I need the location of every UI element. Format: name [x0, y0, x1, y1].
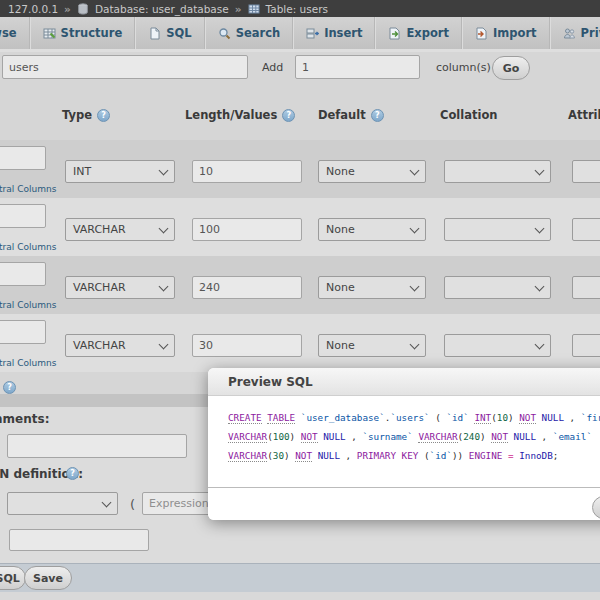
tab-import[interactable]: Import — [462, 17, 550, 49]
help-icon[interactable] — [66, 467, 79, 480]
central-columns-link[interactable]: Pick from Central Columns — [0, 358, 56, 368]
tab-insert[interactable]: Insert — [293, 17, 375, 49]
column-name-input[interactable] — [0, 146, 46, 170]
search-icon — [218, 27, 231, 40]
column-type-select[interactable]: INT — [65, 160, 175, 183]
table-icon — [248, 3, 260, 15]
central-columns-link[interactable]: Pick from Central Columns — [0, 300, 56, 310]
breadcrumb-table-link[interactable]: Table: users — [266, 3, 328, 15]
import-icon — [475, 27, 488, 40]
save-button[interactable]: Save — [24, 566, 72, 590]
column-type-select[interactable]: VARCHAR — [65, 334, 175, 357]
tab-structure[interactable]: Structure — [30, 17, 136, 49]
column-attributes-select[interactable] — [572, 218, 600, 241]
column-default-select[interactable]: None — [318, 276, 426, 299]
chevron-down-icon — [410, 281, 420, 291]
column-length-input[interactable] — [192, 276, 302, 299]
column-collation-select[interactable] — [444, 334, 551, 357]
column-name-input[interactable] — [0, 320, 46, 344]
column-row-3: Pick from Central ColumnsVARCHARNone — [0, 256, 600, 314]
central-columns-link[interactable]: Pick from Central Columns — [0, 242, 56, 252]
go-button[interactable]: Go — [492, 56, 530, 80]
tabbar-bottom-strip — [0, 49, 600, 52]
chevron-down-icon — [535, 223, 545, 233]
help-icon[interactable] — [371, 109, 384, 122]
chevron-down-icon — [410, 339, 420, 349]
chevron-down-icon — [159, 339, 169, 349]
chevron-down-icon — [159, 281, 169, 291]
column-attributes-select[interactable] — [572, 334, 600, 357]
column-length-input[interactable] — [192, 218, 302, 241]
structure-icon — [43, 27, 56, 40]
table-comments-label: Table comments: — [0, 412, 49, 426]
add-columns-count-input[interactable] — [295, 55, 420, 79]
column-header-length-values: Length/Values — [185, 107, 295, 123]
tab-browse[interactable]: Browse — [0, 17, 30, 49]
column-row-1: Pick from Central ColumnsINTNone — [0, 140, 600, 198]
help-icon[interactable] — [97, 109, 110, 122]
close-button[interactable] — [592, 496, 600, 519]
column-length-input[interactable] — [192, 160, 302, 183]
dialog-footer — [208, 487, 600, 520]
column-attributes-select[interactable] — [572, 276, 600, 299]
chevron-down-icon — [159, 165, 169, 175]
column-type-select[interactable]: VARCHAR — [65, 218, 175, 241]
breadcrumb-database-link[interactable]: Database: user_database — [95, 3, 229, 15]
add-label: Add — [262, 61, 283, 74]
column-name-input[interactable] — [0, 204, 46, 228]
column-header-default: Default — [318, 107, 384, 123]
tab-export[interactable]: Export — [375, 17, 462, 49]
column-default-select[interactable]: None — [318, 160, 426, 183]
tab-label: Privileges — [581, 26, 600, 40]
chevron-down-icon — [535, 281, 545, 291]
open-paren: ( — [130, 497, 135, 512]
central-columns-link[interactable]: Pick from Central Columns — [0, 184, 56, 194]
tab-sql[interactable]: SQL — [135, 17, 204, 49]
partitions-input[interactable] — [9, 529, 149, 551]
sql-preview-code: CREATE TABLE `user_database`.`users` ( `… — [228, 408, 600, 465]
chevron-down-icon — [535, 339, 545, 349]
tab-search[interactable]: Search — [205, 17, 294, 49]
chevron-down-icon — [159, 223, 169, 233]
column-attributes-select[interactable] — [572, 160, 600, 183]
column-header-type: Type — [62, 107, 110, 123]
sql-icon — [148, 27, 161, 40]
column-type-select[interactable]: VARCHAR — [65, 276, 175, 299]
column-collation-select[interactable] — [444, 276, 551, 299]
column-default-select[interactable]: None — [318, 334, 426, 357]
column-header-attributes: Attributes — [568, 107, 600, 123]
column-name-input[interactable] — [0, 262, 46, 286]
column-length-input[interactable] — [192, 334, 302, 357]
database-icon — [77, 3, 89, 15]
preview-sql-dialog: Preview SQL CREATE TABLE `user_database`… — [208, 368, 600, 520]
chevron-down-icon — [410, 223, 420, 233]
tab-privileges[interactable]: Privileges — [550, 17, 600, 49]
preview-sql-button[interactable]: Preview SQL — [0, 566, 26, 590]
chevron-down-icon — [102, 497, 112, 507]
form-footer-bar — [0, 563, 600, 593]
breadcrumb: 127.0.0.1 » Database: user_database » Ta… — [0, 0, 600, 17]
tab-label: Insert — [324, 26, 362, 40]
tab-label: Browse — [0, 26, 17, 40]
tab-label: Structure — [61, 26, 123, 40]
column-row-4: Pick from Central ColumnsVARCHARNone — [0, 314, 600, 372]
table-name-input[interactable] — [2, 55, 248, 79]
partition-by-select[interactable] — [7, 492, 118, 515]
tab-label: SQL — [166, 26, 191, 40]
sql-line: CREATE TABLE `user_database`.`users` ( `… — [228, 408, 600, 427]
chevron-down-icon — [535, 165, 545, 175]
dialog-title: Preview SQL — [208, 368, 600, 396]
column-collation-select[interactable] — [444, 160, 551, 183]
column-collation-select[interactable] — [444, 218, 551, 241]
help-icon[interactable] — [3, 381, 16, 394]
table-comments-input[interactable] — [7, 434, 187, 458]
chevron-down-icon — [410, 165, 420, 175]
help-icon[interactable] — [282, 109, 295, 122]
columns-label: column(s) — [436, 61, 491, 74]
export-icon — [388, 27, 401, 40]
insert-icon — [306, 27, 319, 40]
column-default-select[interactable]: None — [318, 218, 426, 241]
column-row-2: Pick from Central ColumnsVARCHARNone — [0, 198, 600, 256]
breadcrumb-server-link[interactable]: 127.0.0.1 — [8, 3, 58, 15]
sql-line: VARCHAR(30) NOT NULL , PRIMARY KEY (`id`… — [228, 446, 600, 465]
